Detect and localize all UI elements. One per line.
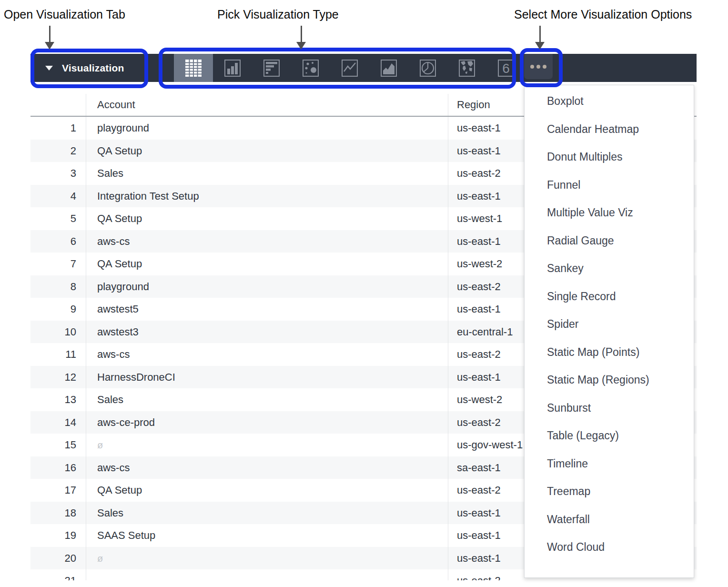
row-number-cell: 18 <box>30 502 86 525</box>
visualization-tab-label: Visualization <box>62 54 124 82</box>
chevron-down-icon <box>45 66 53 71</box>
annotation-select-more-options: Select More Visualization Options <box>514 8 692 21</box>
menu-item-sunburst[interactable]: Sunburst <box>525 394 694 422</box>
row-number-cell: 20 <box>30 547 86 570</box>
row-number-cell: 10 <box>30 321 86 344</box>
row-number-cell: 8 <box>30 275 86 298</box>
menu-item-radial-gauge[interactable]: Radial Gauge <box>525 227 694 255</box>
viz-type-big-number-button[interactable]: 6 <box>486 54 526 82</box>
account-cell: HarnessDroneCI <box>86 366 448 389</box>
account-cell: Integration Test Setup <box>86 185 448 208</box>
account-cell: ø <box>86 434 448 456</box>
row-number-column-header <box>30 94 86 116</box>
menu-item-static-map-regions[interactable]: Static Map (Regions) <box>525 366 694 394</box>
menu-item-sankey[interactable]: Sankey <box>525 254 694 283</box>
menu-item-timeline[interactable]: Timeline <box>525 450 694 478</box>
ellipsis-icon <box>543 65 546 69</box>
more-visualization-options-menu: BoxplotCalendar HeatmapDonut MultiplesFu… <box>524 85 694 578</box>
bar-chart-icon <box>222 57 243 79</box>
account-cell: QA Setup <box>86 253 448 275</box>
arrow-down-icon <box>296 26 306 50</box>
row-number-cell: 13 <box>30 388 86 411</box>
account-cell: playground <box>86 275 448 298</box>
row-number-cell: 17 <box>30 479 86 502</box>
account-cell: aws-ce-prod <box>86 411 448 434</box>
account-cell: aws-cs <box>86 456 448 479</box>
row-number-cell: 9 <box>30 298 86 321</box>
big-number-icon: 6 <box>495 57 517 79</box>
row-number-cell: 14 <box>30 411 86 434</box>
menu-item-treemap[interactable]: Treemap <box>525 477 694 506</box>
viz-type-table-button[interactable] <box>174 54 213 82</box>
account-cell: Sales <box>86 502 448 525</box>
menu-item-table-legacy[interactable]: Table (Legacy) <box>525 422 694 450</box>
menu-item-word-cloud[interactable]: Word Cloud <box>525 533 694 561</box>
viz-type-bar-chart-button[interactable] <box>213 54 252 82</box>
menu-item-spider[interactable]: Spider <box>525 310 694 338</box>
visualization-toolbar: Visualization 6 <box>30 54 697 82</box>
account-cell: Sales <box>86 388 448 411</box>
menu-item-boxplot[interactable]: Boxplot <box>525 87 694 115</box>
menu-item-multiple-value-viz[interactable]: Multiple Value Viz <box>525 199 694 227</box>
svg-text:6: 6 <box>502 61 510 76</box>
menu-item-single-record[interactable]: Single Record <box>525 283 694 311</box>
map-icon <box>456 57 478 79</box>
visualization-type-strip: 6 <box>174 54 526 82</box>
annotation-open-visualization-tab: Open Visualization Tab <box>4 8 125 21</box>
account-cell: QA Setup <box>86 140 448 162</box>
account-cell: ø <box>86 547 448 570</box>
ellipsis-icon <box>536 65 540 69</box>
viz-type-area-chart-button[interactable] <box>369 54 408 82</box>
row-number-cell: 3 <box>30 162 86 185</box>
row-number-cell: 12 <box>30 366 86 389</box>
row-number-cell: 7 <box>30 253 86 275</box>
arrow-down-icon <box>535 26 545 50</box>
null-value-symbol: ø <box>97 440 103 450</box>
row-number-cell: 1 <box>30 117 86 140</box>
row-number-cell: 15 <box>30 434 86 456</box>
table-icon <box>182 57 204 79</box>
account-cell <box>86 569 448 580</box>
viz-type-map-button[interactable] <box>447 54 486 82</box>
row-number-cell: 4 <box>30 185 86 208</box>
arrow-down-icon <box>45 26 54 50</box>
row-number-cell: 16 <box>30 456 86 479</box>
menu-item-funnel[interactable]: Funnel <box>525 171 694 199</box>
account-column-header: Account <box>86 94 448 116</box>
row-number-cell: 5 <box>30 207 86 230</box>
horizontal-bar-chart-icon <box>261 57 283 79</box>
account-cell: awstest5 <box>86 298 448 321</box>
ellipsis-icon <box>530 65 534 69</box>
viz-type-pie-chart-button[interactable] <box>408 54 447 82</box>
row-number-cell: 11 <box>30 343 86 366</box>
line-chart-icon <box>339 57 361 79</box>
account-cell: awstest3 <box>86 321 448 344</box>
more-visualization-options-button[interactable] <box>524 54 553 79</box>
menu-item-waterfall[interactable]: Waterfall <box>525 506 694 534</box>
viz-type-scatter-plot-button[interactable] <box>291 54 330 82</box>
scatter-plot-icon <box>300 57 322 79</box>
viz-type-horizontal-bar-chart-button[interactable] <box>252 54 291 82</box>
account-cell: QA Setup <box>86 479 448 502</box>
menu-item-donut-multiples[interactable]: Donut Multiples <box>525 143 694 171</box>
pie-chart-icon <box>417 57 439 79</box>
null-value-symbol: ø <box>97 553 103 564</box>
row-number-cell: 2 <box>30 140 86 162</box>
account-cell: QA Setup <box>86 207 448 230</box>
account-cell: aws-cs <box>86 343 448 366</box>
menu-item-calendar-heatmap[interactable]: Calendar Heatmap <box>525 115 694 143</box>
menu-item-list: BoxplotCalendar HeatmapDonut MultiplesFu… <box>525 87 694 561</box>
viz-type-line-chart-button[interactable] <box>330 54 369 82</box>
annotation-pick-visualization-type: Pick Visualization Type <box>217 8 339 21</box>
row-number-cell: 6 <box>30 230 86 253</box>
menu-item-static-map-points[interactable]: Static Map (Points) <box>525 338 694 366</box>
visualization-tab-button[interactable]: Visualization <box>30 54 148 82</box>
row-number-cell: 19 <box>30 524 86 547</box>
account-cell: playground <box>86 117 448 140</box>
account-cell: aws-cs <box>86 230 448 253</box>
account-cell: SAAS Setup <box>86 524 448 547</box>
area-chart-icon <box>378 57 400 79</box>
account-cell: Sales <box>86 162 448 185</box>
row-number-cell: 21 <box>30 569 86 580</box>
